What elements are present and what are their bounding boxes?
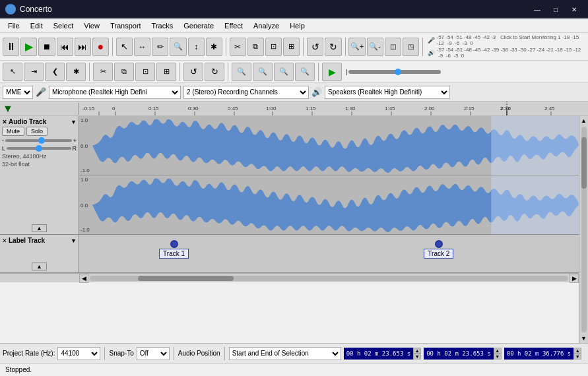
copy-button[interactable]: ⧉ xyxy=(247,38,264,56)
microphone-select[interactable]: Microphone (Realtek High Defini xyxy=(49,86,181,99)
zoom-out-button[interactable]: 🔍- xyxy=(367,38,383,56)
label-track-expand-button[interactable]: ▲ xyxy=(32,263,47,270)
selection-type-select[interactable]: Start and End of Selection xyxy=(229,347,341,360)
record-button[interactable]: ● xyxy=(92,38,109,56)
zoom-sel-button[interactable]: ◫ xyxy=(385,38,401,56)
time-spin-1-up[interactable]: ▲ xyxy=(413,348,421,354)
clip-button[interactable]: ✱ xyxy=(66,63,86,81)
vscroll-track[interactable] xyxy=(581,127,587,332)
time-spin-2-up[interactable]: ▲ xyxy=(494,348,502,354)
hscroll-right-arrow[interactable]: ▶ xyxy=(570,274,579,283)
undo-btn2[interactable]: ↺ xyxy=(183,63,203,81)
hscroll-thumb[interactable] xyxy=(138,276,234,281)
zoom2-out[interactable]: 🔍 xyxy=(253,63,273,81)
label-track-close[interactable]: ✕ xyxy=(2,237,7,244)
select-tool-button[interactable]: ↖ xyxy=(116,38,133,56)
separator-4 xyxy=(345,38,346,56)
label-track2[interactable]: Track 2 xyxy=(424,240,453,259)
play-button[interactable]: ▶ xyxy=(20,38,37,56)
gain-slider-track[interactable] xyxy=(5,139,72,142)
pause-button[interactable]: ⏸ xyxy=(3,38,19,56)
menu-analyze[interactable]: Analyze xyxy=(248,20,284,31)
solo-button[interactable]: Solo xyxy=(26,127,48,136)
status-bar: Stopped. xyxy=(0,363,588,376)
zoom-in-button[interactable]: 🔍+ xyxy=(348,38,365,56)
speed-slider-track[interactable] xyxy=(348,70,441,74)
menu-edit[interactable]: Edit xyxy=(25,20,48,31)
menu-generate[interactable]: Generate xyxy=(178,20,219,31)
audio-host-select[interactable]: MME xyxy=(3,86,33,99)
zoom2-in[interactable]: 🔍 xyxy=(232,63,251,81)
cut-button[interactable]: ✂ xyxy=(230,38,246,56)
edit-del-btn2[interactable]: ⊞ xyxy=(156,63,176,81)
svg-text:2:00: 2:00 xyxy=(424,106,435,111)
zoom2-fit[interactable]: 🔍 xyxy=(274,63,294,81)
paste-button[interactable]: ⊡ xyxy=(265,38,282,56)
audio-track-close[interactable]: ✕ xyxy=(2,119,7,125)
vscroll-down-arrow[interactable]: ▼ xyxy=(579,334,589,343)
gain-min-label: - xyxy=(2,137,4,144)
rewind-button[interactable]: ⏮ xyxy=(57,38,73,56)
hscroll-track[interactable] xyxy=(90,276,568,281)
label-track1[interactable]: Track 1 xyxy=(159,240,189,259)
edit-cut-btn2[interactable]: ✂ xyxy=(93,63,113,81)
trim-button[interactable]: ⊞ xyxy=(283,38,300,56)
menu-view[interactable]: View xyxy=(79,20,105,31)
project-rate-select[interactable]: 44100 xyxy=(57,347,100,360)
menu-bar: File Edit Select View Transport Tracks G… xyxy=(0,18,588,33)
stop-button[interactable]: ■ xyxy=(38,38,55,56)
vscroll-up-arrow[interactable]: ▲ xyxy=(579,116,589,125)
pan-slider-track[interactable] xyxy=(7,147,71,150)
gain-slider-thumb[interactable] xyxy=(38,137,45,144)
mute-button[interactable]: Mute xyxy=(2,127,24,136)
menu-effect[interactable]: Effect xyxy=(219,20,248,31)
fastforward-button[interactable]: ⏭ xyxy=(75,38,91,56)
channels-select[interactable]: 2 (Stereo) Recording Channels xyxy=(183,86,309,99)
edit-paste-btn2[interactable]: ⊡ xyxy=(135,63,155,81)
sel-contract-button[interactable]: ❮ xyxy=(45,63,65,81)
timeshift-tool-button[interactable]: ↕ xyxy=(188,38,205,56)
waveform-svg-bottom xyxy=(92,175,579,234)
audio-track-expand-button[interactable]: ▲ xyxy=(32,224,47,232)
pan-slider-thumb[interactable] xyxy=(36,145,42,152)
zoom-tool-button[interactable]: 🔍 xyxy=(170,38,186,56)
redo-button[interactable]: ↻ xyxy=(325,38,341,56)
time-spin-2-down[interactable]: ▼ xyxy=(494,354,502,360)
menu-help[interactable]: Help xyxy=(284,20,310,31)
envelope-tool-button[interactable]: ↔ xyxy=(134,38,150,56)
menu-file[interactable]: File xyxy=(3,20,25,31)
menu-select[interactable]: Select xyxy=(48,20,79,31)
draw-tool-button[interactable]: ✏ xyxy=(152,38,168,56)
time-spin-1-down[interactable]: ▼ xyxy=(413,354,421,360)
svg-text:1:45: 1:45 xyxy=(385,106,395,111)
speaker-select[interactable]: Speakers (Realtek High Definiti) xyxy=(325,86,450,99)
separator-5 xyxy=(422,38,423,56)
center-area: ▼ -0:15 0 0:15 0:30 0:45 xyxy=(0,102,588,343)
sel-end-button[interactable]: ⇥ xyxy=(24,63,44,81)
menu-tracks[interactable]: Tracks xyxy=(147,20,179,31)
snap-to-select[interactable]: Off xyxy=(137,347,170,360)
play-speed-button[interactable]: ▶ xyxy=(322,63,342,81)
y-label-neg1-0: -1.0 xyxy=(81,168,90,173)
undo-button[interactable]: ↺ xyxy=(307,38,323,56)
svg-text:2:15: 2:15 xyxy=(464,106,474,111)
minimize-button[interactable]: — xyxy=(529,3,546,15)
svg-text:1:30: 1:30 xyxy=(345,106,356,111)
close-button[interactable]: ✕ xyxy=(566,3,583,15)
sel-start-button[interactable]: ↖ xyxy=(3,63,22,81)
edit-copy-btn2[interactable]: ⧉ xyxy=(114,63,134,81)
time-spin-3-down[interactable]: ▼ xyxy=(573,354,581,360)
menu-transport[interactable]: Transport xyxy=(105,20,147,31)
speed-slider-thumb[interactable] xyxy=(395,69,401,75)
zoom2-full[interactable]: 🔍 xyxy=(295,63,315,81)
zoom-fit-button[interactable]: ◳ xyxy=(403,38,419,56)
vscroll-thumb[interactable] xyxy=(581,137,587,189)
redo-btn2[interactable]: ↻ xyxy=(205,63,224,81)
hscroll-left-arrow[interactable]: ◀ xyxy=(79,274,88,283)
label-track-dropdown[interactable]: ▼ xyxy=(71,237,77,244)
audio-track-dropdown[interactable]: ▼ xyxy=(71,119,77,125)
time-spin-3-up[interactable]: ▲ xyxy=(573,348,581,354)
maximize-button[interactable]: □ xyxy=(547,3,564,15)
multi-tool-button[interactable]: ✱ xyxy=(206,38,222,56)
svg-text:2:30: 2:30 xyxy=(500,106,511,111)
